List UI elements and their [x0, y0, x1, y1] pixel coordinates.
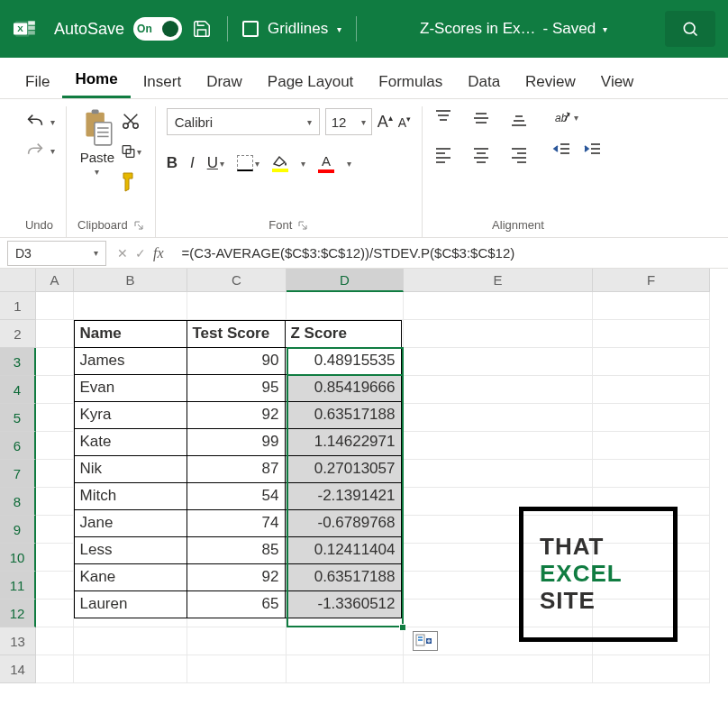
tab-formulas[interactable]: Formulas: [366, 64, 455, 98]
table-cell-name[interactable]: Lauren: [74, 590, 187, 618]
chevron-down-icon[interactable]: ▾: [95, 167, 99, 177]
row-header-6[interactable]: 6: [0, 432, 36, 460]
increase-indent-icon[interactable]: [583, 141, 603, 161]
cell-E1[interactable]: [404, 292, 593, 320]
cell-D14[interactable]: [287, 655, 404, 683]
cell-E2[interactable]: [404, 320, 593, 348]
tab-file[interactable]: File: [13, 64, 62, 98]
table-cell-score[interactable]: 95: [187, 374, 286, 402]
row-header-13[interactable]: 13: [0, 627, 36, 655]
cell-C14[interactable]: [187, 655, 287, 683]
table-header[interactable]: Test Score: [187, 320, 286, 348]
table-cell-score[interactable]: 92: [187, 401, 286, 429]
table-cell-name[interactable]: Kate: [74, 428, 187, 456]
cell-E5[interactable]: [404, 404, 593, 432]
cell-E3[interactable]: [404, 348, 593, 376]
font-name-select[interactable]: Calibri▾: [167, 108, 320, 135]
format-painter-icon[interactable]: [120, 171, 141, 193]
table-cell-zscore[interactable]: 0.27013057: [285, 455, 402, 483]
gridlines-label[interactable]: Gridlines: [268, 20, 328, 38]
border-button[interactable]: ▾: [237, 155, 259, 171]
cell-F6[interactable]: [593, 432, 710, 460]
bold-button[interactable]: B: [167, 154, 177, 172]
cell-D1[interactable]: [287, 292, 404, 320]
tab-home[interactable]: Home: [62, 61, 130, 98]
table-cell-score[interactable]: 99: [187, 428, 286, 456]
align-middle-icon[interactable]: [471, 108, 496, 133]
tab-page-layout[interactable]: Page Layout: [255, 64, 366, 98]
font-size-select[interactable]: 12▾: [325, 108, 372, 135]
cell-A13[interactable]: [36, 627, 74, 655]
name-box[interactable]: D3▾: [7, 241, 106, 266]
cell-A14[interactable]: [36, 655, 74, 683]
cell-B14[interactable]: [74, 655, 187, 683]
tab-review[interactable]: Review: [513, 64, 588, 98]
cell-A12[interactable]: [36, 600, 74, 627]
tab-data[interactable]: Data: [455, 64, 513, 98]
cancel-formula-icon[interactable]: ✕: [117, 246, 128, 261]
table-cell-name[interactable]: Less: [74, 536, 187, 564]
table-cell-score[interactable]: 74: [187, 509, 286, 537]
table-cell-zscore[interactable]: -2.1391421: [285, 482, 402, 510]
cell-F7[interactable]: [593, 460, 710, 488]
table-cell-zscore[interactable]: 0.12411404: [285, 536, 402, 564]
paste-button[interactable]: Paste ▾: [80, 108, 114, 177]
table-cell-name[interactable]: Jane: [74, 509, 187, 537]
row-header-1[interactable]: 1: [0, 292, 36, 320]
row-header-10[interactable]: 10: [0, 544, 36, 572]
cell-D13[interactable]: [287, 627, 404, 655]
row-header-3[interactable]: 3: [0, 348, 36, 376]
gridlines-checkbox[interactable]: [242, 21, 259, 37]
cell-F3[interactable]: [593, 348, 710, 376]
orientation-button[interactable]: ab▾: [552, 108, 603, 126]
copy-icon[interactable]: ▾: [120, 141, 141, 162]
cell-F5[interactable]: [593, 404, 710, 432]
cell-A6[interactable]: [36, 432, 74, 460]
table-cell-name[interactable]: Kyra: [74, 401, 187, 429]
cell-F4[interactable]: [593, 376, 710, 404]
gridlines-dropdown-icon[interactable]: ▾: [337, 24, 341, 34]
col-header-B[interactable]: B: [74, 269, 187, 292]
table-cell-name[interactable]: Mitch: [74, 482, 187, 510]
table-cell-name[interactable]: James: [74, 347, 187, 375]
select-all-corner[interactable]: [0, 269, 36, 292]
table-cell-name[interactable]: Nik: [74, 455, 187, 483]
col-header-E[interactable]: E: [404, 269, 593, 292]
table-cell-zscore[interactable]: 0.63517188: [285, 563, 402, 591]
cell-B13[interactable]: [74, 627, 187, 655]
cell-F14[interactable]: [593, 655, 710, 683]
table-cell-score[interactable]: 92: [187, 563, 286, 591]
table-cell-score[interactable]: 54: [187, 482, 286, 510]
table-cell-name[interactable]: Evan: [74, 374, 187, 402]
cell-A8[interactable]: [36, 488, 74, 516]
table-cell-zscore[interactable]: 0.48915535: [285, 347, 402, 375]
col-header-C[interactable]: C: [187, 269, 287, 292]
cell-A3[interactable]: [36, 348, 74, 376]
cell-B1[interactable]: [74, 292, 187, 320]
table-cell-score[interactable]: 90: [187, 347, 286, 375]
table-cell-zscore[interactable]: 0.63517188: [285, 401, 402, 429]
underline-button[interactable]: U▾: [207, 154, 224, 172]
row-header-11[interactable]: 11: [0, 572, 36, 600]
row-header-2[interactable]: 2: [0, 320, 36, 348]
cell-A1[interactable]: [36, 292, 74, 320]
search-button[interactable]: [665, 11, 715, 47]
cell-F1[interactable]: [593, 292, 710, 320]
col-header-F[interactable]: F: [593, 269, 710, 292]
cell-A2[interactable]: [36, 320, 74, 348]
cell-E14[interactable]: [404, 655, 593, 683]
save-icon[interactable]: [191, 18, 213, 40]
italic-button[interactable]: I: [190, 154, 195, 172]
decrease-font-icon[interactable]: A▾: [398, 114, 411, 130]
dialog-launcher-icon[interactable]: [133, 220, 144, 231]
row-header-12[interactable]: 12: [0, 600, 36, 627]
fx-icon[interactable]: fx: [153, 245, 164, 261]
font-color-button[interactable]: A: [318, 153, 334, 173]
cell-A10[interactable]: [36, 544, 74, 572]
fill-color-button[interactable]: [272, 155, 288, 172]
tab-insert[interactable]: Insert: [131, 64, 195, 98]
table-header[interactable]: Z Score: [285, 320, 402, 348]
cut-icon[interactable]: [120, 110, 141, 132]
table-cell-zscore[interactable]: 0.85419666: [285, 374, 402, 402]
table-cell-zscore[interactable]: -0.6789768: [285, 509, 402, 537]
